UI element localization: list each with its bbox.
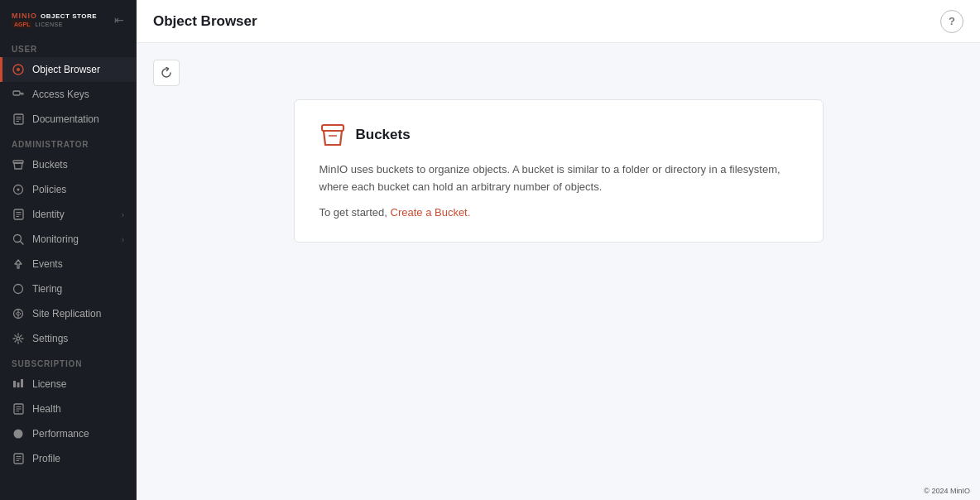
- refresh-button[interactable]: [153, 60, 180, 86]
- events-icon: [12, 257, 25, 271]
- svg-point-12: [17, 189, 20, 191]
- sidebar-item-monitoring[interactable]: Monitoring ›: [0, 227, 136, 252]
- sidebar-item-performance[interactable]: Performance: [0, 421, 136, 446]
- svg-point-22: [17, 337, 20, 340]
- monitoring-icon: [12, 233, 25, 246]
- sidebar-item-site-replication[interactable]: Site Replication: [0, 301, 136, 326]
- buckets-card: Buckets MinIO uses buckets to organize o…: [294, 99, 824, 243]
- tiering-icon: [12, 282, 25, 296]
- sidebar-item-tiering[interactable]: Tiering: [0, 276, 136, 301]
- version-bar: © 2024 MinIO: [924, 487, 970, 495]
- sidebar-item-profile[interactable]: Profile: [0, 446, 136, 471]
- svg-point-30: [14, 430, 23, 439]
- identity-chevron: ›: [122, 210, 124, 219]
- sidebar-item-events[interactable]: Events: [0, 252, 136, 276]
- policies-icon: [12, 183, 25, 196]
- object-browser-icon: [12, 63, 25, 76]
- version-text: © 2024 MinIO: [924, 487, 970, 495]
- performance-icon: [12, 427, 25, 440]
- events-label: Events: [32, 258, 63, 270]
- svg-point-19: [14, 285, 23, 294]
- section-subscription: Subscription: [0, 351, 136, 372]
- settings-icon: [12, 332, 25, 345]
- site-replication-icon: [12, 307, 25, 320]
- monitoring-chevron: ›: [122, 235, 124, 244]
- svg-rect-25: [21, 379, 23, 387]
- sidebar-item-policies[interactable]: Policies: [0, 177, 136, 202]
- main-header: Object Browser ?: [137, 0, 980, 43]
- create-bucket-link[interactable]: Create a Bucket.: [391, 206, 471, 219]
- svg-rect-2: [13, 91, 20, 95]
- logo-box: minio OBJECT STORE AGPL LICENSE: [12, 12, 97, 28]
- buckets-cta: To get started, Create a Bucket.: [319, 206, 798, 219]
- access-keys-icon: [12, 88, 25, 101]
- main-body: Buckets MinIO uses buckets to organize o…: [137, 43, 980, 500]
- policies-label: Policies: [32, 184, 66, 195]
- help-button[interactable]: ?: [940, 10, 963, 33]
- logo-license: LICENSE: [35, 22, 62, 27]
- logo-minio: minio: [12, 12, 37, 20]
- access-keys-label: Access Keys: [32, 89, 89, 100]
- buckets-cta-text: To get started,: [319, 206, 387, 219]
- tiering-label: Tiering: [32, 283, 62, 295]
- sidebar-item-documentation[interactable]: Documentation: [0, 107, 136, 132]
- sidebar: minio OBJECT STORE AGPL LICENSE ⇤ User O…: [0, 0, 137, 500]
- identity-icon: [12, 208, 25, 221]
- section-administrator: Administrator: [0, 132, 136, 152]
- license-icon: [12, 377, 25, 391]
- identity-label: Identity: [32, 209, 65, 220]
- sidebar-item-identity[interactable]: Identity ›: [0, 202, 136, 227]
- object-browser-label: Object Browser: [32, 64, 100, 75]
- logo-object-store: OBJECT STORE: [41, 12, 97, 20]
- logo-agpl: AGPL: [12, 21, 32, 28]
- documentation-icon: [12, 113, 25, 126]
- sidebar-item-object-browser[interactable]: Object Browser: [0, 57, 136, 82]
- buckets-icon: [12, 158, 25, 171]
- health-icon: [12, 402, 25, 416]
- buckets-card-header: Buckets: [319, 123, 798, 147]
- monitoring-label: Monitoring: [32, 233, 79, 245]
- sidebar-item-license[interactable]: License: [0, 372, 136, 397]
- sidebar-item-settings[interactable]: Settings: [0, 326, 136, 351]
- sidebar-item-buckets[interactable]: Buckets: [0, 152, 136, 177]
- main-content: Object Browser ? Buckets: [137, 0, 980, 500]
- buckets-card-title: Buckets: [356, 127, 411, 143]
- health-label: Health: [32, 403, 61, 415]
- collapse-button[interactable]: ⇤: [113, 12, 126, 28]
- license-label: License: [32, 378, 66, 390]
- site-replication-label: Site Replication: [32, 308, 101, 320]
- settings-label: Settings: [32, 333, 68, 344]
- logo-area: minio OBJECT STORE AGPL LICENSE ⇤: [0, 0, 136, 36]
- performance-label: Performance: [32, 428, 89, 440]
- page-title: Object Browser: [153, 13, 257, 30]
- documentation-label: Documentation: [32, 113, 99, 125]
- svg-point-1: [17, 68, 20, 71]
- profile-label: Profile: [32, 453, 60, 464]
- buckets-label: Buckets: [32, 159, 68, 171]
- svg-rect-24: [17, 382, 20, 387]
- svg-rect-23: [13, 381, 16, 387]
- create-bucket-label: Create a Bucket.: [391, 206, 471, 219]
- sidebar-item-health[interactable]: Health: [0, 397, 136, 421]
- section-user: User: [0, 36, 136, 57]
- profile-icon: [12, 452, 25, 465]
- buckets-description: MinIO uses buckets to organize objects. …: [319, 161, 798, 196]
- svg-line-18: [21, 242, 24, 245]
- buckets-card-icon: [319, 123, 346, 147]
- sidebar-item-access-keys[interactable]: Access Keys: [0, 82, 136, 107]
